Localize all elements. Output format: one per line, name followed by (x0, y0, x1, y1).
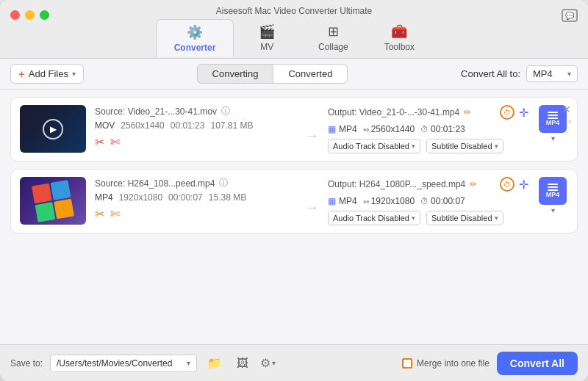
colorful-squares-2 (32, 180, 74, 222)
file-meta-row-2: MP4 1920x1080 00:00:07 15.38 MB (95, 192, 295, 203)
path-chevron-icon: ▾ (187, 359, 190, 367)
output-actions-1: ⏱ ✛ (500, 105, 528, 120)
format-thumb-chevron-icon-1[interactable]: ▾ (551, 134, 555, 142)
tab-mv[interactable]: 🎬 MV (234, 19, 300, 57)
crop-icon-2[interactable]: ✄ (110, 207, 120, 221)
format-thumb-chevron-icon-2[interactable]: ▾ (551, 206, 555, 214)
size-1: 107.81 MB (210, 120, 253, 131)
format-value: MP4 (533, 68, 553, 79)
close-button[interactable] (10, 10, 20, 20)
resize-icon-2: ⇔ (363, 197, 369, 206)
play-button-1[interactable]: ▶ (43, 119, 63, 139)
close-file-button-1[interactable]: ✕ (562, 104, 571, 115)
open-folder-button[interactable]: 🖼 (232, 353, 253, 374)
add-output-icon-2[interactable]: ✛ (519, 178, 528, 192)
format-select-chevron-icon: ▾ (567, 70, 571, 78)
audio-track-select-2[interactable]: Audio Track Disabled ▾ (328, 211, 420, 225)
folder-browse-button[interactable]: 📁 (204, 353, 225, 374)
file-thumbnail-2 (20, 177, 86, 225)
output-duration-value-1: 00:01:23 (431, 124, 465, 134)
arrow-icon-1: → (304, 127, 319, 144)
bottom-bar: Save to: /Users/test/Movies/Converted ▾ … (0, 344, 588, 381)
info-icon-2[interactable]: ⓘ (219, 177, 228, 189)
status-tab-converting[interactable]: Converting (197, 64, 273, 84)
thumb-image-2 (23, 180, 83, 222)
gear-icon: ⚙ (260, 356, 270, 370)
square-green (35, 202, 56, 222)
save-to-label: Save to: (10, 358, 43, 369)
tab-toolbox[interactable]: 🧰 Toolbox (366, 19, 432, 57)
tab-converter[interactable]: ⚙️ Converter (156, 19, 234, 57)
video-icon-2 (548, 184, 558, 191)
audio-track-value-2: Audio Track Disabled (333, 214, 409, 222)
output-format-row-2: ▦ MP4 ⇔ 1920x1080 ⏱ 00:00:07 (328, 196, 528, 206)
format-thumb-inner-2[interactable]: MP4 (539, 177, 567, 205)
output-duration-value-2: 00:00:07 (431, 196, 465, 206)
settings-button[interactable]: ⚙ ▾ (260, 356, 276, 370)
collage-icon: ⊞ (328, 23, 339, 40)
tab-collage[interactable]: ⊞ Collage (300, 19, 366, 57)
format-badge-1: MOV (95, 120, 115, 131)
converter-icon: ⚙️ (187, 24, 203, 40)
toolbar: + Add Files ▾ Converting Converted Conve… (0, 59, 588, 90)
output-label-1: Output: Video_21-0-...-30-41.mp4 (328, 107, 459, 117)
audio-track-select-1[interactable]: Audio Track Disabled ▾ (328, 139, 420, 153)
output-resolution-value-1: 2560x1440 (371, 124, 415, 134)
output-source-row-2: Output: H264_1080P..._speed.mp4 ✏ ⏱ ✛ (328, 177, 528, 192)
thumb-format-label-2: MP4 (546, 191, 560, 198)
output-section-2: Output: H264_1080P..._speed.mp4 ✏ ⏱ ✛ ▦ … (328, 177, 528, 225)
edit-icon-2[interactable]: ✏ (470, 179, 477, 189)
path-value: /Users/test/Movies/Converted (57, 358, 172, 369)
resize-icon-1: ⇔ (363, 126, 369, 134)
mv-icon: 🎬 (259, 23, 275, 40)
traffic-lights (10, 10, 49, 20)
output-format-badge-1: ▦ MP4 (328, 124, 357, 134)
format-select-dropdown[interactable]: MP4 ▾ (526, 65, 578, 82)
app-window: Aiseesoft Mac Video Converter Ultimate 💬… (0, 0, 588, 381)
trim-icon-2[interactable]: ✂ (95, 207, 104, 221)
trim-icon-1[interactable]: ✂ (95, 135, 104, 149)
merge-checkbox-box[interactable] (402, 358, 412, 369)
status-tabs: Converting Converted (91, 64, 453, 84)
audio-track-chevron-icon-1: ▾ (412, 142, 415, 150)
source-label-1: Source: Video_21-...30-41.mov (95, 106, 217, 117)
output-format-badge-2: ▦ MP4 (328, 196, 357, 206)
subtitle-value-1: Subtitle Disabled (431, 142, 492, 150)
subtitle-chevron-icon-2: ▾ (495, 214, 498, 222)
subtitle-select-2[interactable]: Subtitle Disabled ▾ (426, 211, 503, 225)
output-resolution-value-2: 1920x1080 (371, 196, 415, 206)
convert-all-button[interactable]: Convert All (497, 352, 578, 375)
file-source-row-2: Source: H264_108...peed.mp4 ⓘ (95, 177, 295, 189)
output-dropdowns-1: Audio Track Disabled ▾ Subtitle Disabled… (328, 139, 528, 153)
timer-icon-2[interactable]: ⏱ (500, 177, 514, 192)
edit-icon-1[interactable]: ✏ (464, 107, 471, 117)
info-icon-1[interactable]: ⓘ (221, 105, 230, 117)
output-label-2: Output: H264_1080P..._speed.mp4 (328, 179, 465, 189)
expand-icon-1[interactable]: › (568, 117, 571, 126)
output-format-row-1: ▦ MP4 ⇔ 2560x1440 ⏱ 00:01:23 (328, 124, 528, 134)
tab-mv-label: MV (260, 42, 273, 52)
path-select-dropdown[interactable]: /Users/test/Movies/Converted ▾ (50, 355, 197, 372)
output-duration-1: ⏱ 00:01:23 (420, 124, 465, 134)
add-files-button[interactable]: + Add Files ▾ (10, 64, 84, 84)
crop-icon-1[interactable]: ✄ (110, 135, 120, 149)
add-files-chevron-icon: ▾ (72, 70, 76, 78)
convert-all-to-label: Convert All to: (461, 68, 520, 79)
subtitle-select-1[interactable]: Subtitle Disabled ▾ (426, 139, 503, 153)
square-yellow (54, 198, 74, 219)
merge-checkbox[interactable]: Merge into one file (402, 358, 490, 369)
merge-label: Merge into one file (417, 358, 490, 369)
add-output-icon-1[interactable]: ✛ (519, 106, 528, 120)
source-label-2: Source: H264_108...peed.mp4 (95, 178, 215, 189)
add-files-label: Add Files (29, 68, 68, 79)
format-thumb-2: MP4 ▾ (537, 177, 568, 214)
video-icon-1 (548, 112, 558, 119)
chat-icon[interactable]: 💬 (562, 9, 578, 22)
minimize-button[interactable] (25, 10, 35, 20)
timer-icon-1[interactable]: ⏱ (500, 105, 514, 120)
nav-tabs: ⚙️ Converter 🎬 MV ⊞ Collage 🧰 Toolbox (156, 19, 433, 57)
status-tab-converted[interactable]: Converted (273, 64, 348, 84)
maximize-button[interactable] (40, 10, 49, 20)
clock-icon-1: ⏱ (420, 125, 429, 134)
file-card-2: Source: H264_108...peed.mp4 ⓘ MP4 1920x1… (10, 169, 578, 233)
